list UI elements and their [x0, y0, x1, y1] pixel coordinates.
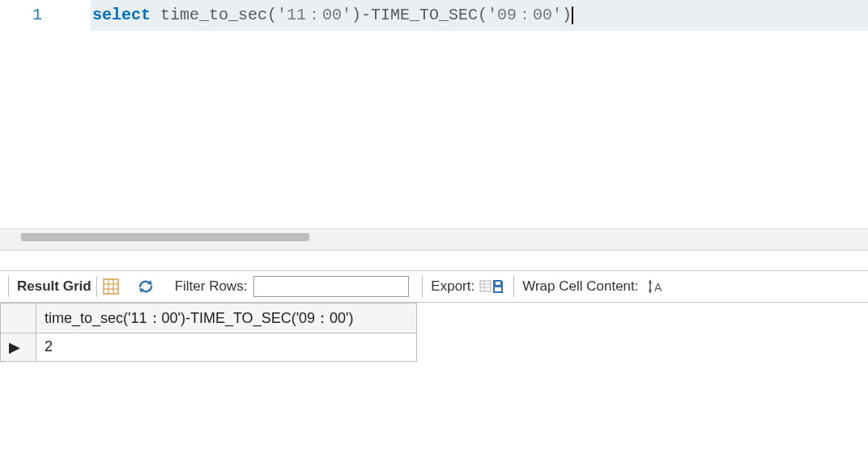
sql-editor[interactable]: 1 select time_to_sec('11：00')-TIME_TO_SE… [0, 0, 868, 228]
cell-value[interactable]: 2 [36, 333, 417, 362]
code-text[interactable]: select time_to_sec('11：00')-TIME_TO_SEC(… [91, 0, 868, 31]
svg-rect-0 [104, 279, 118, 294]
result-table[interactable]: time_to_sec('11：00')-TIME_TO_SEC('09：00'… [0, 303, 417, 362]
column-header-text: time_to_sec('11：00')-TIME_TO_SEC('09：00'… [45, 310, 354, 326]
line-number-gutter: 1 [0, 6, 91, 25]
results-toolbar: Result Grid Filter Rows: Export: [0, 270, 868, 303]
export-save-icon[interactable] [479, 278, 504, 295]
svg-marker-15 [649, 290, 652, 293]
pane-divider[interactable] [0, 228, 868, 251]
code-seg-1: time_to_sec( [151, 6, 277, 25]
separator [513, 276, 514, 297]
refresh-icon[interactable] [136, 278, 155, 295]
export-label: Export: [431, 278, 474, 295]
editor-line: 1 select time_to_sec('11：00')-TIME_TO_SE… [0, 0, 868, 31]
separator [422, 276, 423, 297]
code-seg-3: ) [562, 6, 572, 25]
separator [96, 276, 97, 297]
row-pointer-cell: ▶ [1, 333, 36, 362]
result-grid-label: Result Grid [17, 278, 91, 295]
result-grid-panel: time_to_sec('11：00')-TIME_TO_SEC('09：00'… [0, 303, 868, 467]
wrap-cell-icon[interactable]: A [647, 278, 665, 295]
hscroll-thumb[interactable] [21, 233, 309, 241]
svg-rect-12 [495, 287, 501, 291]
string-literal-1: '11：00' [277, 6, 351, 25]
line-number: 1 [32, 6, 42, 24]
keyword-select: select [92, 6, 151, 25]
separator [8, 276, 9, 297]
column-header[interactable]: time_to_sec('11：00')-TIME_TO_SEC('09：00'… [36, 304, 417, 333]
text-cursor [572, 6, 573, 24]
table-row[interactable]: ▶ 2 [1, 333, 417, 362]
row-header-blank [1, 304, 36, 333]
grid-icon[interactable] [102, 278, 120, 295]
filter-rows-input[interactable] [253, 276, 409, 297]
string-literal-2: '09：00' [487, 6, 562, 25]
svg-rect-7 [480, 281, 491, 291]
code-seg-2: )-TIME_TO_SEC( [351, 6, 487, 25]
svg-text:A: A [654, 281, 662, 294]
hscroll-track[interactable] [21, 233, 868, 241]
table-header-row: time_to_sec('11：00')-TIME_TO_SEC('09：00'… [1, 304, 417, 333]
row-pointer-icon: ▶ [9, 338, 20, 356]
cell-value-text: 2 [45, 338, 53, 354]
filter-rows-label: Filter Rows: [175, 278, 248, 295]
svg-marker-14 [649, 280, 652, 283]
svg-rect-11 [496, 282, 500, 285]
wrap-cell-label: Wrap Cell Content: [522, 278, 638, 295]
pane-gap [0, 251, 868, 270]
